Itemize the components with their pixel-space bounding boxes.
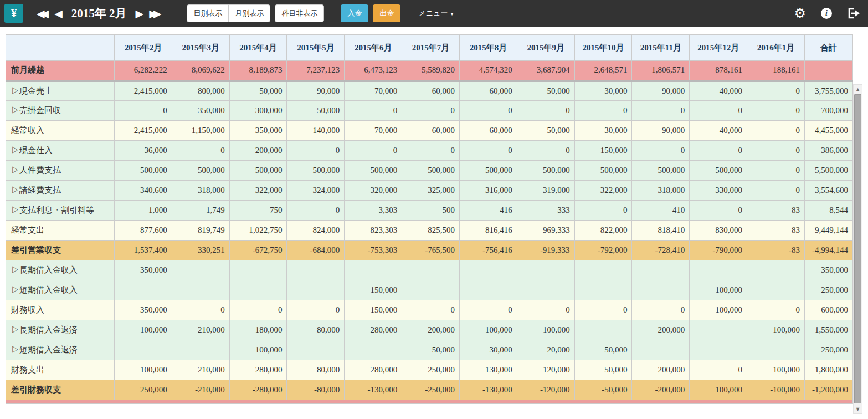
cell[interactable]: 500,000 (287, 161, 345, 181)
last-period-button[interactable]: ▶▶ (149, 8, 161, 19)
month-column-header[interactable]: 2015年5月 (287, 35, 345, 61)
cell[interactable]: 50,000 (229, 81, 287, 101)
cell[interactable] (229, 260, 287, 280)
app-logo[interactable]: ¥ (4, 4, 23, 23)
monthly-view-button[interactable]: 月別表示 (228, 4, 270, 22)
cell[interactable] (287, 280, 345, 300)
cell[interactable]: 350,000 (805, 260, 853, 280)
cell[interactable]: 322,000 (229, 181, 287, 201)
deposit-button[interactable]: 入金 (341, 4, 368, 22)
cell[interactable] (747, 340, 805, 360)
cell[interactable]: 0 (747, 161, 805, 181)
cell[interactable]: 0 (632, 101, 690, 121)
withdrawal-button[interactable]: 出金 (373, 4, 400, 22)
cell[interactable]: 500,000 (172, 161, 229, 181)
cell[interactable]: 318,000 (172, 181, 229, 201)
cell[interactable]: 0 (517, 141, 574, 161)
cell[interactable]: 410 (632, 201, 690, 221)
month-column-header[interactable]: 2016年1月 (747, 35, 805, 61)
cell[interactable]: 90,000 (287, 81, 345, 101)
cell[interactable] (172, 260, 229, 280)
cell[interactable] (345, 340, 402, 360)
cell[interactable]: 70,000 (345, 81, 402, 101)
cell[interactable]: 2,415,000 (115, 81, 172, 101)
cell[interactable]: 0 (287, 201, 345, 221)
month-column-header[interactable]: 2015年7月 (402, 35, 460, 61)
month-column-header[interactable]: 2015年12月 (690, 35, 747, 61)
cell[interactable] (115, 340, 172, 360)
cell[interactable]: 50,000 (517, 81, 574, 101)
cell[interactable]: 83 (747, 201, 805, 221)
hide-accounts-button[interactable]: 科目非表示 (275, 4, 324, 22)
cell[interactable]: 50,000 (574, 340, 632, 360)
cell[interactable]: 500,000 (115, 161, 172, 181)
cell[interactable] (690, 320, 747, 340)
cell[interactable]: 0 (287, 141, 345, 161)
cell[interactable] (517, 280, 574, 300)
cell[interactable]: 0 (690, 141, 747, 161)
cell[interactable]: 60,000 (459, 81, 517, 101)
cell[interactable]: 280,000 (345, 320, 402, 340)
month-column-header[interactable]: 2015年6月 (345, 35, 402, 61)
cell[interactable]: 0 (574, 101, 632, 121)
cell[interactable]: 40,000 (690, 81, 747, 101)
cell[interactable] (747, 280, 805, 300)
cell[interactable]: 500,000 (517, 161, 574, 181)
cell[interactable] (690, 340, 747, 360)
cell[interactable]: 210,000 (172, 320, 229, 340)
cell[interactable] (747, 260, 805, 280)
cell[interactable] (574, 320, 632, 340)
cell[interactable]: 0 (747, 141, 805, 161)
menu-dropdown[interactable]: メニュー ▾ (418, 8, 453, 18)
cell[interactable]: 322,000 (574, 181, 632, 201)
cell[interactable]: 1,749 (172, 201, 229, 221)
cell[interactable]: 333 (517, 201, 574, 221)
scrollbar-thumb[interactable] (854, 94, 861, 403)
scroll-up-icon[interactable]: ▲ (854, 85, 862, 94)
cell[interactable]: 100,000 (229, 340, 287, 360)
cell[interactable]: 100,000 (115, 320, 172, 340)
cell[interactable] (172, 340, 229, 360)
logout-icon[interactable] (847, 8, 860, 19)
cell[interactable]: 300,000 (229, 101, 287, 121)
vertical-scrollbar[interactable]: ▲ ▼ (853, 84, 862, 414)
cell[interactable] (632, 260, 690, 280)
cell[interactable] (402, 260, 460, 280)
cell[interactable]: 0 (172, 141, 229, 161)
cell[interactable]: 50,000 (402, 340, 460, 360)
cell[interactable]: 0 (115, 101, 172, 121)
cell[interactable]: 500,000 (402, 161, 460, 181)
cell[interactable]: 320,000 (345, 181, 402, 201)
cell[interactable]: 100,000 (747, 320, 805, 340)
cell[interactable]: 500,000 (229, 161, 287, 181)
cell[interactable]: 250,000 (805, 340, 853, 360)
cell[interactable]: 150,000 (345, 280, 402, 300)
cell[interactable]: 200,000 (402, 320, 460, 340)
month-column-header[interactable]: 2015年4月 (229, 35, 287, 61)
cell[interactable] (345, 260, 402, 280)
cell[interactable]: 50,000 (287, 101, 345, 121)
cell[interactable]: 200,000 (632, 320, 690, 340)
daily-view-button[interactable]: 日別表示 (187, 4, 229, 22)
cell[interactable]: 30,000 (574, 81, 632, 101)
cell[interactable]: 500,000 (345, 161, 402, 181)
cell[interactable] (287, 340, 345, 360)
cell[interactable]: 8,544 (805, 201, 853, 221)
cell[interactable]: 3,554,600 (805, 181, 853, 201)
cell[interactable] (115, 280, 172, 300)
cell[interactable]: 319,000 (517, 181, 574, 201)
cell[interactable]: 350,000 (115, 260, 172, 280)
cell[interactable]: 316,000 (459, 181, 517, 201)
cell[interactable] (517, 260, 574, 280)
cell[interactable]: 1,000 (115, 201, 172, 221)
cell[interactable]: 324,000 (287, 181, 345, 201)
cell[interactable]: 318,000 (632, 181, 690, 201)
cell[interactable]: 0 (345, 101, 402, 121)
scroll-down-icon[interactable]: ▼ (854, 405, 862, 413)
cell[interactable] (459, 280, 517, 300)
cell[interactable] (574, 260, 632, 280)
cell[interactable]: 100,000 (690, 280, 747, 300)
cell[interactable]: 5,500,000 (805, 161, 853, 181)
cell[interactable]: 500,000 (632, 161, 690, 181)
cell[interactable]: 0 (345, 141, 402, 161)
